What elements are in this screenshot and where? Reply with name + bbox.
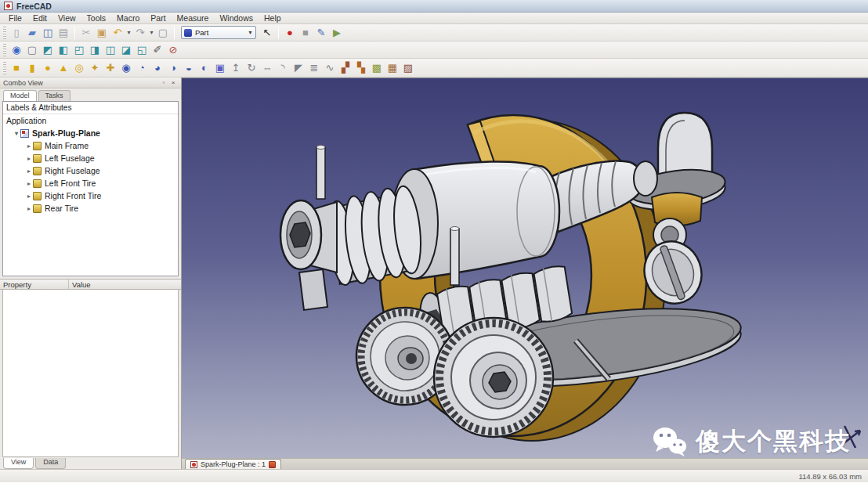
- expand-arrow-icon[interactable]: ▸: [25, 168, 33, 175]
- toolbar-separator: [278, 27, 279, 39]
- redo-menu-caret[interactable]: ▾: [148, 25, 155, 40]
- tree-root-application[interactable]: Application: [3, 114, 178, 127]
- tree-item-left-fuselage[interactable]: ▸ Left Fuselage: [3, 152, 178, 164]
- dock-close-button[interactable]: ×: [168, 79, 178, 86]
- part-box-icon[interactable]: ■: [9, 60, 24, 75]
- expand-arrow-icon[interactable]: ▾: [13, 130, 20, 137]
- edit-macro-icon[interactable]: ✎: [313, 25, 329, 40]
- draw-style-icon[interactable]: ▢: [24, 42, 40, 57]
- tree-document-spark-plug-plane[interactable]: ▾ Spark-Plug-Plane: [3, 127, 178, 139]
- view-axonometric-icon[interactable]: ◩: [40, 42, 56, 57]
- undo-menu-caret[interactable]: ▾: [125, 25, 132, 40]
- menu-part[interactable]: Part: [145, 13, 171, 23]
- part-sphere-icon[interactable]: ●: [40, 60, 56, 75]
- tab-view[interactable]: View: [3, 458, 34, 469]
- cut-icon[interactable]: ✂: [78, 25, 94, 40]
- menu-tools[interactable]: Tools: [81, 13, 112, 23]
- menu-measure[interactable]: Measure: [172, 13, 215, 23]
- boolean-connect-icon[interactable]: ◑: [165, 60, 181, 75]
- part-cone-icon[interactable]: ▲: [56, 60, 71, 75]
- run-macro-icon[interactable]: ▶: [329, 25, 345, 40]
- menu-help[interactable]: Help: [259, 13, 287, 23]
- boolean-intersection-icon[interactable]: ◕: [150, 60, 165, 75]
- thickness-icon[interactable]: ▦: [385, 60, 400, 75]
- record-macro-icon[interactable]: ●: [282, 25, 298, 40]
- tree-header: Labels & Attributes: [3, 102, 178, 114]
- part-shape-icon: [33, 167, 42, 175]
- title-bar[interactable]: FreeCAD: [0, 0, 868, 13]
- tree-item-right-front-tire[interactable]: ▸ Right Front Tire: [3, 189, 178, 202]
- value-column-header: Value: [69, 280, 94, 289]
- clear-measurement-icon[interactable]: ⊘: [165, 42, 181, 57]
- stop-macro-icon[interactable]: ■: [298, 25, 313, 40]
- property-grid[interactable]: [2, 290, 179, 457]
- view-top-icon[interactable]: ◰: [71, 42, 87, 57]
- menu-file[interactable]: File: [3, 13, 27, 23]
- redo-icon[interactable]: ↷: [132, 25, 148, 40]
- freecad-doc-icon: [190, 461, 197, 468]
- print-icon[interactable]: ▤: [56, 25, 71, 40]
- mirror-icon[interactable]: ⇔: [259, 60, 275, 75]
- tab-tasks[interactable]: Tasks: [38, 90, 71, 101]
- view-front-icon[interactable]: ◧: [56, 42, 71, 57]
- view-right-icon[interactable]: ◨: [87, 42, 103, 57]
- boolean-slice-icon[interactable]: ◐: [197, 60, 212, 75]
- revolve-icon[interactable]: ↻: [244, 60, 259, 75]
- new-file-icon[interactable]: ▯: [9, 25, 24, 40]
- boolean-operation-icon[interactable]: ▣: [212, 60, 228, 75]
- view-left-icon[interactable]: ◱: [134, 42, 150, 57]
- menu-macro[interactable]: Macro: [111, 13, 145, 23]
- tree-item-left-front-tire[interactable]: ▸ Left Front Tire: [3, 177, 178, 189]
- tab-model[interactable]: Model: [3, 90, 37, 101]
- view-bottom-icon[interactable]: ◪: [118, 42, 134, 57]
- watermark-text: 傻大个黑科技: [696, 425, 851, 458]
- view-rear-icon[interactable]: ◫: [103, 42, 118, 57]
- boolean-cut-icon[interactable]: ◔: [134, 60, 150, 75]
- boolean-embed-icon[interactable]: ◒: [181, 60, 197, 75]
- menu-windows[interactable]: Windows: [214, 13, 259, 23]
- property-grid-header: Property Value: [0, 279, 181, 290]
- combo-view-titlebar[interactable]: Combo View ▫×: [0, 78, 181, 88]
- fit-all-icon[interactable]: ◉: [9, 42, 24, 57]
- tab-data[interactable]: Data: [35, 458, 66, 469]
- toolbar-handle[interactable]: [3, 44, 6, 56]
- refresh-icon[interactable]: ▢: [155, 25, 171, 40]
- open-file-icon[interactable]: ▰: [24, 25, 40, 40]
- expand-arrow-icon[interactable]: ▸: [25, 193, 33, 200]
- boolean-union-icon[interactable]: ◉: [118, 60, 134, 75]
- toolbar-handle[interactable]: [3, 62, 6, 74]
- sweep-icon[interactable]: ∿: [322, 60, 338, 75]
- part-shape-icon: [33, 192, 42, 200]
- toolbar-handle[interactable]: [3, 27, 6, 39]
- tree-item-rear-tire[interactable]: ▸ Rear Tire: [3, 202, 178, 215]
- tree-item-main-frame[interactable]: ▸ Main Frame: [3, 139, 178, 152]
- whats-this-icon[interactable]: ↖: [259, 25, 275, 40]
- paste-icon[interactable]: ▣: [94, 25, 110, 40]
- expand-arrow-icon[interactable]: ▸: [25, 180, 33, 187]
- workbench-selector[interactable]: Part ▼: [181, 26, 256, 39]
- chamfer-icon[interactable]: ◤: [291, 60, 306, 75]
- loft-icon[interactable]: ≣: [306, 60, 322, 75]
- undo-icon[interactable]: ↶: [110, 25, 125, 40]
- part-cylinder-icon[interactable]: ▮: [24, 60, 40, 75]
- expand-arrow-icon[interactable]: ▸: [25, 205, 33, 212]
- cross-sections-icon[interactable]: ▚: [353, 60, 369, 75]
- tree-item-right-fuselage[interactable]: ▸ Right Fuselage: [3, 164, 178, 177]
- document-tab[interactable]: Spark-Plug-Plane : 1: [185, 459, 281, 469]
- part-torus-icon[interactable]: ◎: [71, 60, 87, 75]
- part-primitives-icon[interactable]: ✦: [87, 60, 103, 75]
- measure-distance-icon[interactable]: ✐: [150, 42, 165, 57]
- shape-builder-icon[interactable]: ✚: [103, 60, 118, 75]
- offset-icon[interactable]: ▩: [369, 60, 385, 75]
- save-icon[interactable]: ◫: [40, 25, 56, 40]
- menu-view[interactable]: View: [52, 13, 81, 23]
- fillet-icon[interactable]: ◝: [275, 60, 291, 75]
- expand-arrow-icon[interactable]: ▸: [25, 155, 33, 162]
- section-icon[interactable]: ▞: [338, 60, 353, 75]
- menu-edit[interactable]: Edit: [27, 13, 52, 23]
- 3d-viewport[interactable]: 傻大个黑科技: [182, 78, 868, 458]
- dock-float-button[interactable]: ▫: [159, 79, 168, 86]
- convert-shape-icon[interactable]: ▨: [400, 60, 416, 75]
- expand-arrow-icon[interactable]: ▸: [25, 142, 33, 150]
- extrude-icon[interactable]: ↥: [228, 60, 244, 75]
